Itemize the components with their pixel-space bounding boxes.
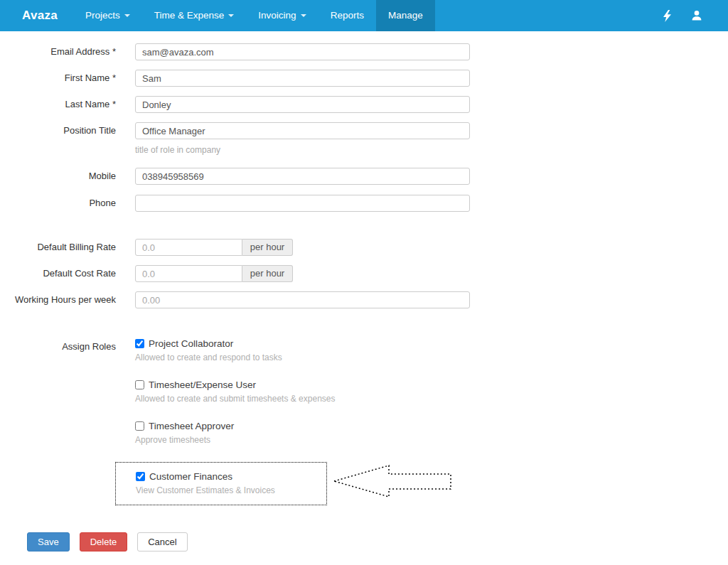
role-hint: Approve timesheets (135, 435, 335, 445)
nav-item-label: Manage (388, 10, 423, 21)
phone-label: Phone (0, 195, 116, 212)
role-checkbox-row[interactable]: Customer Finances (136, 471, 326, 482)
last-name-row: Last Name * (0, 96, 728, 113)
nav-item-manage[interactable]: Manage (376, 0, 435, 31)
customer-finances-highlight-box: Customer Finances View Customer Estimate… (115, 462, 327, 505)
user-icon[interactable] (691, 10, 702, 21)
cancel-button[interactable]: Cancel (137, 532, 187, 551)
role-timesheet-approver: Timesheet Approver Approve timesheets (135, 421, 335, 445)
annotation-arrow-icon (328, 461, 456, 503)
project-collaborator-checkbox[interactable] (135, 339, 144, 348)
assign-roles-label: Assign Roles (0, 338, 116, 505)
first-name-field[interactable] (135, 70, 470, 87)
position-title-row: Position Title title of role in company (0, 122, 728, 155)
nav-item-label: Invoicing (258, 10, 296, 21)
nav-item-label: Time & Expense (154, 10, 225, 21)
mobile-row: Mobile (0, 168, 728, 185)
delete-button[interactable]: Delete (80, 532, 128, 551)
billing-rate-field[interactable] (135, 239, 242, 256)
role-checkbox-row[interactable]: Timesheet Approver (135, 421, 335, 431)
role-hint: Allowed to create and respond to tasks (135, 353, 335, 362)
cost-rate-label: Default Cost Rate (0, 265, 116, 282)
nav-item-label: Reports (331, 10, 364, 21)
role-checkbox-row[interactable]: Timesheet/Expense User (135, 380, 335, 390)
cost-rate-field[interactable] (135, 265, 242, 282)
billing-rate-unit: per hour (242, 239, 293, 256)
email-label: Email Address * (0, 43, 116, 60)
role-label: Timesheet Approver (149, 421, 234, 431)
role-hint: View Customer Estimates & Invoices (136, 485, 326, 495)
cost-rate-unit: per hour (242, 265, 293, 282)
role-checkbox-row[interactable]: Project Collaborator (135, 338, 335, 349)
cost-rate-row: Default Cost Rate per hour (0, 265, 728, 282)
role-label: Timesheet/Expense User (149, 380, 256, 390)
nav-item-label: Projects (85, 10, 120, 21)
phone-field[interactable] (135, 195, 470, 212)
role-hint: Allowed to create and submit timesheets … (135, 394, 335, 404)
role-label: Customer Finances (149, 471, 232, 482)
position-title-hint: title of role in company (135, 145, 470, 155)
timesheet-approver-checkbox[interactable] (135, 421, 144, 431)
mobile-label: Mobile (0, 168, 116, 185)
role-customer-finances: Customer Finances View Customer Estimate… (136, 471, 326, 495)
navbar-right-icons (663, 0, 728, 31)
mobile-field[interactable] (135, 168, 470, 185)
working-hours-field[interactable] (135, 291, 470, 308)
billing-rate-label: Default Billing Rate (0, 239, 116, 256)
email-field[interactable] (135, 43, 470, 60)
working-hours-label: Working Hours per week (0, 291, 116, 308)
billing-rate-row: Default Billing Rate per hour (0, 239, 728, 256)
customer-finances-checkbox[interactable] (136, 472, 145, 481)
nav-item-time-expense[interactable]: Time & Expense (142, 0, 247, 31)
role-label: Project Collaborator (149, 338, 233, 349)
required-marker: * (112, 99, 116, 109)
lightning-icon[interactable] (663, 10, 672, 22)
position-title-label: Position Title (0, 122, 116, 155)
chevron-down-icon (124, 14, 130, 17)
working-hours-row: Working Hours per week (0, 291, 728, 308)
first-name-label: First Name * (0, 70, 116, 87)
last-name-field[interactable] (135, 96, 470, 113)
role-project-collaborator: Project Collaborator Allowed to create a… (135, 338, 335, 362)
email-row: Email Address * (0, 43, 728, 60)
user-settings-page: Avaza Projects Time & Expense Invoicing … (0, 0, 728, 565)
nav-item-reports[interactable]: Reports (318, 0, 376, 31)
required-marker: * (112, 46, 116, 57)
chevron-down-icon (228, 14, 234, 17)
timesheet-expense-user-checkbox[interactable] (135, 380, 144, 389)
save-button[interactable]: Save (27, 532, 70, 551)
required-marker: * (112, 72, 116, 83)
form-button-bar: Save Delete Cancel (27, 532, 728, 551)
top-navbar: Avaza Projects Time & Expense Invoicing … (0, 0, 728, 31)
nav-item-projects[interactable]: Projects (73, 0, 142, 31)
first-name-row: First Name * (0, 70, 728, 87)
chevron-down-icon (301, 14, 306, 17)
last-name-label: Last Name * (0, 96, 116, 113)
phone-row: Phone (0, 195, 728, 212)
position-title-field[interactable] (135, 122, 470, 139)
brand-logo[interactable]: Avaza (0, 0, 73, 31)
role-timesheet-expense-user: Timesheet/Expense User Allowed to create… (135, 380, 335, 404)
nav-item-invoicing[interactable]: Invoicing (246, 0, 318, 31)
